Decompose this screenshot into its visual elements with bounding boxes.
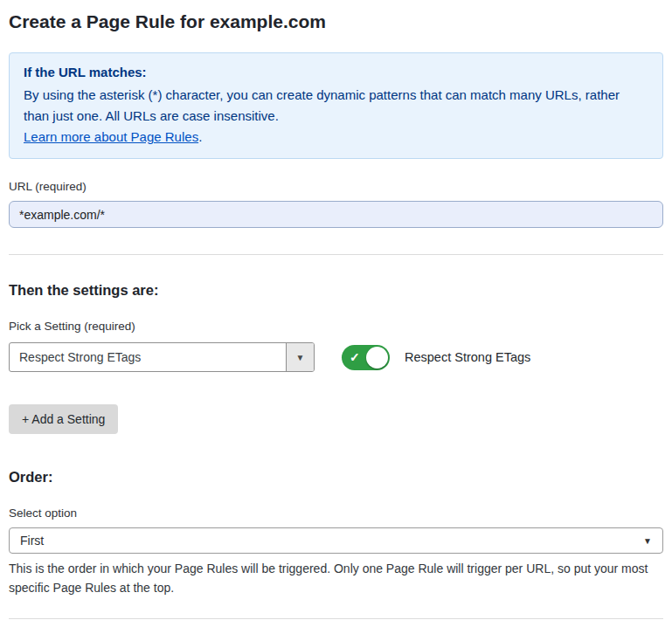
learn-more-link[interactable]: Learn more about Page Rules — [24, 129, 198, 144]
info-box-link-row: Learn more about Page Rules. — [24, 127, 648, 148]
setting-row: Respect Strong ETags ▼ ✓ Respect Strong … — [9, 342, 663, 372]
setting-select[interactable]: Respect Strong ETags ▼ — [9, 342, 315, 372]
etags-toggle[interactable]: ✓ — [342, 345, 390, 370]
divider — [9, 254, 663, 255]
order-select-label: Select option — [9, 506, 663, 520]
order-select[interactable]: First ▼ — [9, 527, 663, 554]
url-input[interactable] — [9, 201, 663, 228]
url-field-label: URL (required) — [9, 180, 663, 193]
url-match-info-box: If the URL matches: By using the asteris… — [9, 52, 663, 159]
link-suffix: . — [198, 129, 202, 144]
toggle-label: Respect Strong ETags — [405, 350, 530, 364]
chevron-down-icon: ▼ — [643, 536, 652, 546]
toggle-knob — [366, 347, 388, 369]
order-select-value: First — [20, 534, 44, 548]
info-box-body: By using the asterisk (*) character, you… — [24, 85, 648, 127]
settings-section-heading: Then the settings are: — [9, 282, 663, 299]
add-setting-button[interactable]: + Add a Setting — [9, 404, 118, 434]
check-icon: ✓ — [350, 351, 360, 363]
order-section-heading: Order: — [9, 469, 663, 486]
pick-setting-label: Pick a Setting (required) — [9, 320, 663, 333]
dropdown-arrow-icon[interactable]: ▼ — [286, 343, 314, 371]
order-help-text: This is the order in which your Page Rul… — [9, 560, 660, 597]
info-box-heading: If the URL matches: — [24, 62, 648, 83]
setting-select-value: Respect Strong ETags — [10, 343, 286, 371]
page-title: Create a Page Rule for example.com — [9, 11, 663, 32]
footer-actions: Cancel Save as Draft Save and Deploy Pag… — [9, 618, 663, 627]
